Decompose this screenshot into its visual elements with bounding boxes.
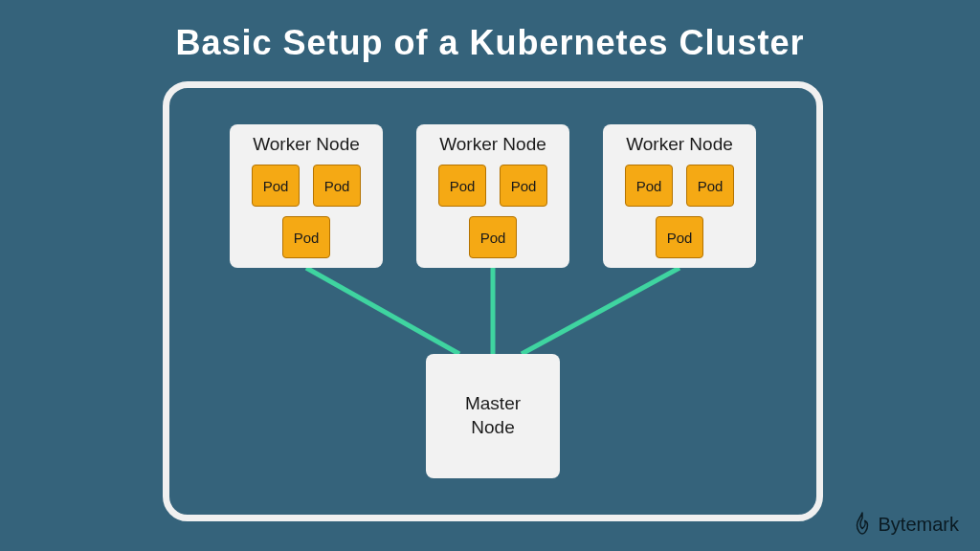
brand-name: Bytemark [879,514,959,536]
bytemark-icon [852,511,873,538]
pod: Pod [500,165,547,207]
worker-node-label: Worker Node [603,134,756,155]
pod: Pod [438,165,486,207]
pod: Pod [313,165,361,207]
brand-logo: Bytemark [852,511,959,538]
worker-node: Worker Node Pod Pod Pod [603,124,756,268]
worker-node: Worker Node Pod Pod Pod [416,124,569,268]
pod: Pod [252,165,300,207]
pod: Pod [625,165,673,207]
pod: Pod [656,216,703,258]
worker-node-label: Worker Node [230,134,383,155]
page-title: Basic Setup of a Kubernetes Cluster [0,0,980,63]
pod: Pod [686,165,734,207]
master-node: Master Node [426,354,560,478]
master-node-label: Master Node [465,392,521,439]
pod: Pod [469,216,517,258]
worker-node: Worker Node Pod Pod Pod [230,124,383,268]
pod: Pod [282,216,330,258]
worker-node-label: Worker Node [416,134,569,155]
